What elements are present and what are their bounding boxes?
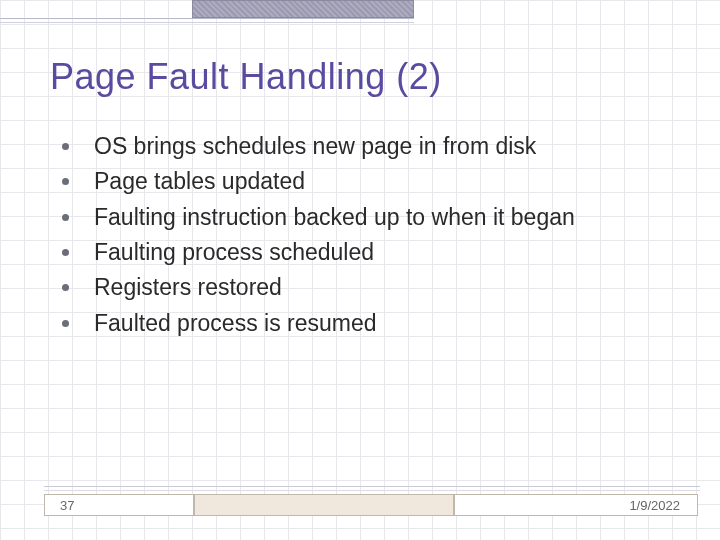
footer: 37 1/9/2022 [0,492,720,526]
list-item: Faulted process is resumed [48,307,680,340]
list-item: Page tables updated [48,165,680,198]
list-item: Faulting instruction backed up to when i… [48,201,680,234]
header-accent-bar [192,0,414,18]
page-number: 37 [60,498,74,513]
footer-rule-2 [44,490,700,491]
list-item: Registers restored [48,271,680,304]
content-area: OS brings schedules new page in from dis… [48,130,680,342]
slide-title: Page Fault Handling (2) [50,56,442,98]
list-item: OS brings schedules new page in from dis… [48,130,680,163]
bullet-list: OS brings schedules new page in from dis… [48,130,680,340]
footer-date: 1/9/2022 [629,498,680,513]
list-item: Faulting process scheduled [48,236,680,269]
header-decoration [0,0,720,32]
header-rule-1 [0,18,414,19]
footer-slot-mid [194,494,454,516]
header-rule-2 [0,22,414,23]
footer-rule-1 [44,486,700,487]
